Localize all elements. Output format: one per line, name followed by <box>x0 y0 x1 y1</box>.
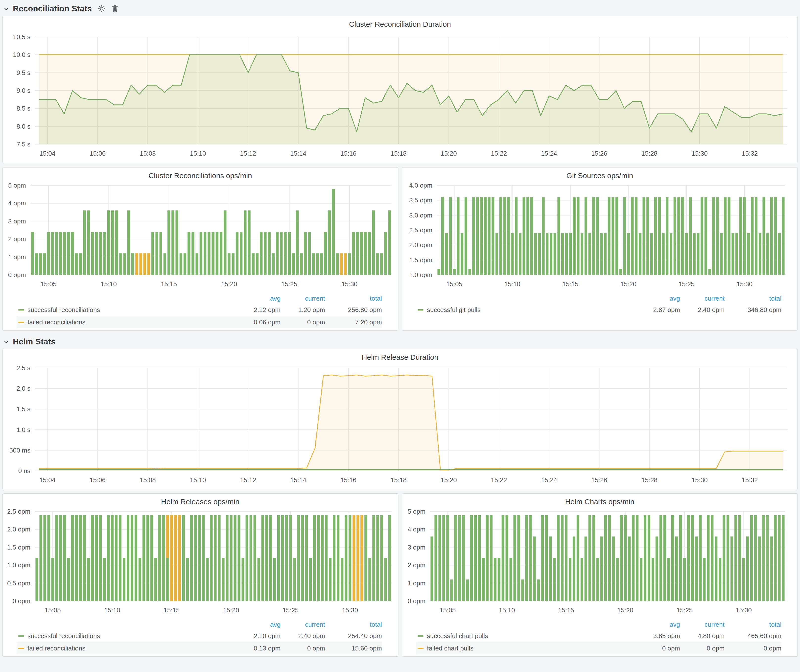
panel-title[interactable]: Helm Release Duration <box>3 349 797 362</box>
svg-text:15:30: 15:30 <box>341 280 357 288</box>
panel-title[interactable]: Helm Releases ops/min <box>3 494 398 507</box>
svg-text:1 opm: 1 opm <box>408 579 426 587</box>
svg-text:15:28: 15:28 <box>642 476 658 484</box>
legend-col-avg[interactable]: avg <box>635 295 680 302</box>
svg-text:15:30: 15:30 <box>692 150 708 157</box>
svg-text:15:06: 15:06 <box>90 476 106 484</box>
svg-text:0 ns: 0 ns <box>18 467 30 475</box>
legend-col-total[interactable]: total <box>725 295 781 302</box>
series-label[interactable]: failed reconciliations <box>27 645 85 652</box>
svg-text:15:25: 15:25 <box>678 280 694 288</box>
panel-helm-charts: Helm Charts ops/min 0 opm1 opm2 opm3 opm… <box>402 493 798 657</box>
total-value: 346.80 opm <box>725 306 781 314</box>
helm-charts-chart[interactable]: 0 opm1 opm2 opm3 opm4 opm5 opm15:0515:10… <box>402 507 791 619</box>
avg-value: 2.12 opm <box>236 306 280 314</box>
series-label[interactable]: successful chart pulls <box>427 632 488 640</box>
svg-text:2.5 s: 2.5 s <box>17 364 30 372</box>
avg-value: 2.10 opm <box>236 632 280 640</box>
panel-title[interactable]: Cluster Reconciliation Duration <box>3 16 797 29</box>
current-value: 0 opm <box>280 318 325 326</box>
svg-text:15:10: 15:10 <box>190 476 206 484</box>
svg-text:15:22: 15:22 <box>491 150 507 157</box>
svg-text:4 opm: 4 opm <box>8 199 26 207</box>
git-sources-chart[interactable]: 1.0 opm1.5 opm2.0 opm2.5 opm3.0 opm3.5 o… <box>402 181 791 293</box>
svg-text:0 opm: 0 opm <box>13 597 30 605</box>
svg-text:0 opm: 0 opm <box>408 597 426 605</box>
svg-text:15:25: 15:25 <box>283 606 299 614</box>
svg-text:1.5 opm: 1.5 opm <box>7 544 30 551</box>
svg-text:15:14: 15:14 <box>290 150 306 157</box>
svg-text:3 opm: 3 opm <box>408 544 426 551</box>
svg-text:2 opm: 2 opm <box>8 235 26 243</box>
svg-text:500 ms: 500 ms <box>10 446 30 454</box>
panel-cluster-reconciliation-duration: Cluster Reconciliation Duration 7.5 s8.0… <box>2 16 798 163</box>
legend: avg current total successful reconciliat… <box>3 619 398 656</box>
gear-icon[interactable] <box>98 5 106 13</box>
section-title[interactable]: Reconciliation Stats <box>13 4 92 13</box>
avg-value: 3.85 opm <box>635 632 680 640</box>
svg-text:15:26: 15:26 <box>591 150 607 157</box>
panel-title[interactable]: Git Sources ops/min <box>402 168 797 181</box>
cluster-reconciliation-duration-chart[interactable]: 7.5 s8.0 s8.5 s9.0 s9.5 s10.0 s10.5 s15:… <box>3 29 794 163</box>
svg-text:15:20: 15:20 <box>621 280 637 288</box>
series-label[interactable]: successful reconciliations <box>27 306 100 314</box>
svg-text:0.5 opm: 0.5 opm <box>7 579 30 587</box>
svg-text:15:10: 15:10 <box>190 150 206 157</box>
svg-text:15:14: 15:14 <box>290 476 306 484</box>
svg-text:15:08: 15:08 <box>140 150 156 157</box>
series-marker-icon <box>18 635 24 637</box>
legend-col-current[interactable]: current <box>280 621 325 629</box>
svg-text:15:25: 15:25 <box>677 606 693 614</box>
series-marker-icon <box>18 648 24 649</box>
legend-col-total[interactable]: total <box>325 621 382 629</box>
series-label[interactable]: successful reconciliations <box>27 632 100 640</box>
legend-col-current[interactable]: current <box>280 295 325 302</box>
svg-text:15:10: 15:10 <box>504 280 520 288</box>
series-marker-icon <box>418 635 424 637</box>
panel-title[interactable]: Helm Charts ops/min <box>402 494 797 507</box>
svg-text:8.5 s: 8.5 s <box>17 105 30 112</box>
legend-col-total[interactable]: total <box>725 621 781 629</box>
series-marker-icon <box>418 648 424 649</box>
cluster-reconciliations-chart[interactable]: 0 opm1 opm2 opm3 opm4 opm5 opm15:0515:10… <box>3 181 398 293</box>
collapse-chevron-icon[interactable] <box>3 6 9 12</box>
section-title[interactable]: Helm Stats <box>13 337 56 346</box>
legend-header: avg current total <box>416 293 781 304</box>
legend-col-total[interactable]: total <box>325 295 382 302</box>
svg-text:15:20: 15:20 <box>221 280 237 288</box>
legend-col-current[interactable]: current <box>680 295 725 302</box>
svg-text:15:15: 15:15 <box>163 606 179 614</box>
svg-text:15:30: 15:30 <box>342 606 358 614</box>
trash-icon[interactable] <box>112 5 118 13</box>
svg-text:8.0 s: 8.0 s <box>17 123 30 130</box>
series-label[interactable]: failed reconciliations <box>27 318 85 326</box>
legend-col-avg[interactable]: avg <box>236 295 280 302</box>
svg-text:1.0 opm: 1.0 opm <box>409 271 432 278</box>
total-value: 256.80 opm <box>325 306 382 314</box>
svg-text:0 opm: 0 opm <box>8 271 26 278</box>
series-label[interactable]: failed chart pulls <box>427 645 474 652</box>
svg-text:4 opm: 4 opm <box>408 526 426 533</box>
svg-text:3.0 opm: 3.0 opm <box>409 211 432 219</box>
svg-text:15:24: 15:24 <box>541 150 557 157</box>
svg-text:15:24: 15:24 <box>541 476 557 484</box>
svg-text:7.5 s: 7.5 s <box>17 141 30 148</box>
legend-col-avg[interactable]: avg <box>635 621 680 629</box>
current-value: 0 opm <box>280 645 325 652</box>
helm-releases-chart[interactable]: 0 opm0.5 opm1.0 opm1.5 opm2.0 opm2.5 opm… <box>3 507 398 619</box>
collapse-chevron-icon[interactable] <box>3 339 9 345</box>
series-label[interactable]: successful git pulls <box>427 306 481 314</box>
legend-row: failed reconciliations 0.13 opm 0 opm 15… <box>17 642 382 654</box>
svg-text:2.0 opm: 2.0 opm <box>7 526 30 533</box>
svg-text:15:10: 15:10 <box>499 606 515 614</box>
current-value: 1.20 opm <box>280 306 325 314</box>
svg-text:15:08: 15:08 <box>140 476 156 484</box>
panel-title[interactable]: Cluster Reconciliations ops/min <box>3 168 398 181</box>
svg-text:15:15: 15:15 <box>558 606 574 614</box>
legend-col-avg[interactable]: avg <box>236 621 280 629</box>
svg-text:9.0 s: 9.0 s <box>17 87 30 94</box>
helm-release-duration-chart[interactable]: 0 ns500 ms1.0 s1.5 s2.0 s2.5 s15:0415:06… <box>3 362 794 489</box>
svg-text:1.5 s: 1.5 s <box>17 405 30 413</box>
svg-text:15:18: 15:18 <box>390 150 407 157</box>
legend-col-current[interactable]: current <box>680 621 725 629</box>
